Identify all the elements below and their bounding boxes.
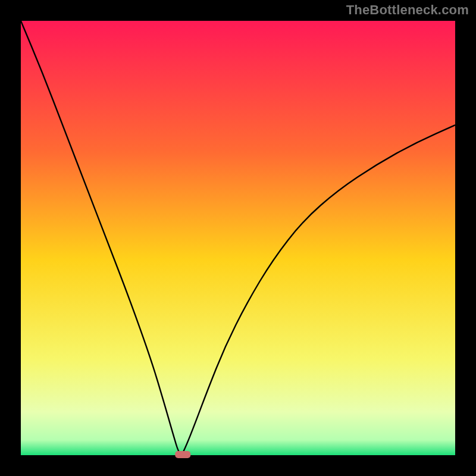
plot-background bbox=[21, 21, 455, 455]
chart-svg bbox=[0, 0, 476, 476]
chart-container: TheBottleneck.com bbox=[0, 0, 476, 476]
optimal-point-marker bbox=[175, 451, 190, 458]
watermark-text: TheBottleneck.com bbox=[346, 2, 469, 18]
